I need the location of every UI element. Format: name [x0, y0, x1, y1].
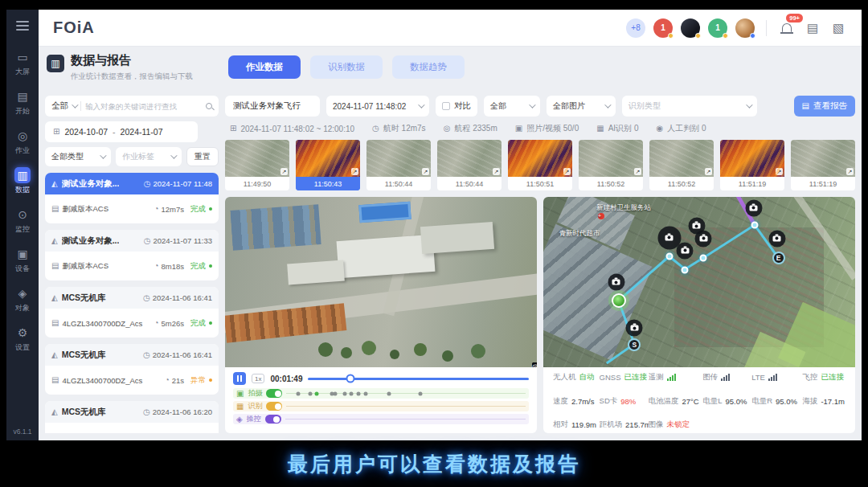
- job-list-item[interactable]: MCS无机库 2024-11-06 16:20 4LGZL3400700DZ_A…: [45, 401, 219, 433]
- toolbar: 2024-11-07 11:48:02 对比 全部 全部图片 识别类型: [225, 96, 855, 117]
- start-icon: [14, 88, 31, 104]
- sidebar-item-start[interactable]: 开始: [6, 83, 39, 122]
- waypoint-dot: [700, 255, 707, 262]
- job-list-item[interactable]: MCS无机库 2024-11-06 16:41 4LGZL3400700DZ_A…: [45, 287, 219, 338]
- page-title: 数据与报告: [71, 53, 193, 68]
- video-progress-bar[interactable]: [308, 378, 529, 380]
- video-progress-handle[interactable]: [346, 374, 354, 383]
- object-type-select[interactable]: 全部: [51, 100, 76, 112]
- map-view[interactable]: 新建村卫生服务站 青新时代超市: [543, 197, 855, 367]
- media-thumbnail[interactable]: 11:50:52: [579, 140, 643, 190]
- camera-marker[interactable]: [768, 230, 785, 247]
- camera-marker[interactable]: [677, 242, 694, 259]
- sidebar-item-settings[interactable]: 设置: [6, 319, 39, 358]
- notifications-button[interactable]: 99+: [778, 19, 796, 37]
- sidebar-item-devices[interactable]: 设备: [6, 240, 39, 280]
- location-icon[interactable]: [532, 362, 537, 367]
- camera-marker[interactable]: [745, 199, 762, 216]
- ai-icon: [596, 125, 604, 133]
- user-avatar[interactable]: 1: [708, 18, 727, 38]
- object-name-input[interactable]: [225, 96, 320, 117]
- tab-job-data[interactable]: 作业数据: [228, 55, 301, 79]
- media-filter-select[interactable]: 全部图片: [547, 96, 616, 117]
- user-avatar[interactable]: [735, 18, 755, 38]
- signal-bars-icon: [768, 374, 777, 381]
- more-users-badge[interactable]: +8: [626, 18, 645, 38]
- report-icon: [47, 55, 64, 72]
- flight-time-select[interactable]: 2024-11-07 11:48:02: [326, 96, 429, 117]
- recognition-type-select[interactable]: 识别类型: [622, 96, 757, 117]
- view-report-button[interactable]: 查看报告: [794, 96, 855, 117]
- camera-marker[interactable]: [608, 274, 624, 291]
- date-range-picker[interactable]: 2024-10-07-2024-11-07: [45, 121, 198, 142]
- control-icon: [236, 415, 243, 424]
- media-thumbnail[interactable]: 11:50:52: [649, 140, 714, 190]
- menu-toggle-icon[interactable]: [16, 21, 29, 31]
- expand-icon: [634, 168, 641, 175]
- video-frame[interactable]: [225, 197, 537, 367]
- mission-icon: [51, 408, 58, 416]
- filter-all-select[interactable]: 全部: [484, 96, 540, 117]
- apps-cube-icon[interactable]: [829, 19, 847, 37]
- tab-data-trends[interactable]: 数据趋势: [392, 55, 465, 79]
- object-icon: [14, 285, 31, 301]
- drone-position-marker[interactable]: [612, 293, 626, 308]
- screen: 大屏 开始 作业 数据 监控 设备: [0, 0, 868, 487]
- pause-button[interactable]: [233, 372, 246, 385]
- compare-checkbox[interactable]: 对比: [436, 96, 477, 117]
- chevron-down-icon: [529, 101, 535, 108]
- brand-logo: FOiA: [53, 18, 95, 37]
- reset-button[interactable]: 重置: [186, 147, 219, 166]
- media-thumbnail[interactable]: 11:51:19: [791, 140, 855, 190]
- search-input[interactable]: [85, 102, 202, 111]
- recognition-toggle[interactable]: [266, 402, 282, 411]
- camera-marker[interactable]: [695, 230, 712, 247]
- capture-mark-dot: [419, 391, 423, 395]
- chevron-down-icon: [418, 101, 424, 108]
- media-thumbnail[interactable]: 11:50:51: [508, 140, 572, 190]
- sidebar-item-dashboard[interactable]: 大屏: [6, 43, 39, 83]
- news-icon[interactable]: [804, 19, 821, 37]
- expand-icon: [846, 168, 854, 175]
- video-caption: 最后用户可以查看数据及报告: [288, 451, 580, 477]
- sidebar-item-missions[interactable]: 作业: [6, 122, 39, 162]
- expand-icon: [493, 168, 500, 175]
- clock-icon: [143, 351, 150, 359]
- capture-toggle[interactable]: [266, 389, 282, 398]
- job-list-item[interactable]: 测试业务对象... 2024-11-07 11:48 删减版本ACS 12m7s…: [45, 173, 219, 223]
- status-badge: 完成: [190, 204, 206, 215]
- sidebar-item-objects[interactable]: 对象: [6, 280, 39, 319]
- user-avatar[interactable]: [681, 18, 700, 38]
- report-file-icon: [802, 102, 809, 110]
- tag-select[interactable]: 作业标签: [116, 147, 182, 166]
- media-thumbnail[interactable]: 11:50:44: [366, 140, 431, 190]
- sidebar-item-monitoring[interactable]: 监控: [6, 201, 39, 240]
- photo-icon: [515, 125, 522, 133]
- sidebar-item-data[interactable]: 数据: [6, 162, 39, 201]
- expand-icon: [563, 168, 571, 175]
- job-list-item[interactable]: MCS无机库 2024-11-06 16:41 4LGZL3400700DZ_A…: [45, 344, 219, 395]
- media-thumbnail[interactable]: 11:51:19: [720, 140, 784, 190]
- tab-recognition-data[interactable]: 识别数据: [310, 55, 383, 79]
- recognition-icon: [236, 403, 244, 411]
- job-list-item[interactable]: 测试业务对象... 2024-11-07 11:33 删减版本ACS 8m18s…: [45, 230, 219, 280]
- capture-mark-dot: [363, 391, 367, 395]
- user-avatar[interactable]: 1: [653, 18, 673, 38]
- camera-marker[interactable]: [626, 320, 643, 337]
- waypoint-dot: [682, 267, 689, 274]
- control-toggle[interactable]: [265, 415, 281, 424]
- mission-icon: [51, 180, 58, 188]
- mission-icon: [51, 351, 58, 359]
- capture-mark-dot: [343, 391, 347, 395]
- playback-speed[interactable]: 1x: [252, 374, 264, 383]
- thumbnail-strip: 11:49:50 11:50:43 11:50:44 11:50:44 11:5…: [225, 140, 855, 190]
- capture-marks-track: [286, 393, 526, 394]
- media-thumbnail-selected[interactable]: 11:50:43: [296, 140, 360, 190]
- route-start-marker[interactable]: S: [628, 338, 641, 351]
- map-poi-label: 青新时代超市: [559, 229, 600, 239]
- category-select[interactable]: 全部类型: [45, 147, 111, 166]
- route-end-marker[interactable]: E: [772, 252, 785, 264]
- media-thumbnail[interactable]: 11:49:50: [225, 140, 289, 190]
- search-icon: [206, 103, 212, 109]
- media-thumbnail[interactable]: 11:50:44: [437, 140, 502, 190]
